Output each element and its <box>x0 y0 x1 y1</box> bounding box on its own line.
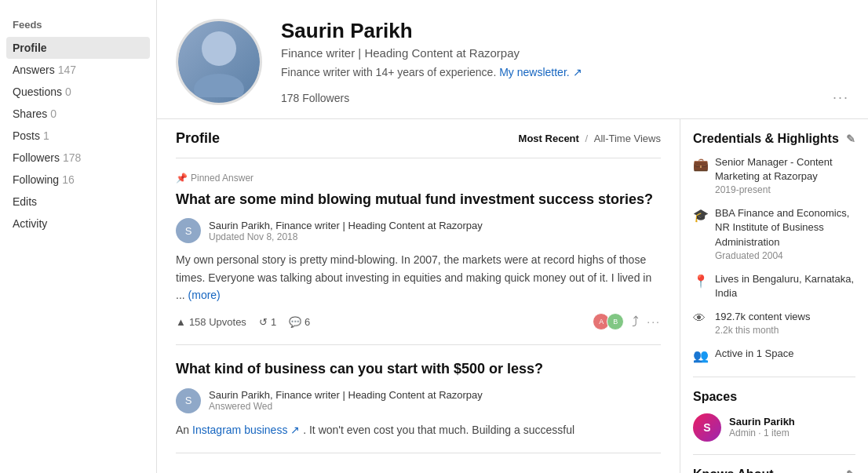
followers-row: 178 Followers ··· <box>281 89 849 106</box>
credentials-edit-icon[interactable]: ✎ <box>846 133 855 145</box>
answer-text-2: An Instagram business ↗ . It won't even … <box>176 421 661 438</box>
knows-edit-icon[interactable]: ✎ <box>846 468 855 473</box>
cred-job-title: Senior Manager - Content Marketing at Ra… <box>715 155 855 184</box>
divider-2 <box>693 454 855 455</box>
answer-card-2: What kind of business can you start with… <box>176 345 661 453</box>
content-area: Profile Most Recent / All-Time Views 📌 P… <box>157 119 868 473</box>
answer-title-2[interactable]: What kind of business can you start with… <box>176 359 661 378</box>
space-avatar: S <box>693 413 721 442</box>
credentials-title: Credentials & Highlights ✎ <box>693 132 855 146</box>
pinned-label: 📌 Pinned Answer <box>176 173 661 184</box>
newsletter-link[interactable]: My newsletter. ↗ <box>499 66 582 78</box>
sort-most-recent[interactable]: Most Recent <box>519 133 579 144</box>
spaces-item[interactable]: S Saurin Parikh Admin · 1 item <box>693 413 855 442</box>
sidebar-label-questions: Questions <box>13 86 62 98</box>
answer-text-1: My own personal story is pretty mind-blo… <box>176 251 661 304</box>
location-icon: 📍 <box>693 274 709 289</box>
cred-location: 📍 Lives in Bengaluru, Karnataka, India <box>693 272 855 300</box>
author-info-1: Saurin Parikh, Finance writer | Heading … <box>209 220 483 242</box>
profile-info: Saurin Parikh Finance writer | Heading C… <box>281 19 849 106</box>
more-options-icon[interactable]: ··· <box>833 89 849 106</box>
answer-meta-2: S Saurin Parikh, Finance writer | Headin… <box>176 388 661 413</box>
sidebar-item-following[interactable]: Following 16 <box>0 169 156 191</box>
sidebar-item-shares[interactable]: Shares 0 <box>0 103 156 125</box>
sidebar-label-edits: Edits <box>13 195 37 208</box>
sort-all-time[interactable]: All-Time Views <box>594 133 661 144</box>
svg-point-1 <box>194 74 244 97</box>
pin-icon: 📌 <box>176 173 188 184</box>
answer-more-1[interactable]: (more) <box>188 289 221 301</box>
cred-space: 👥 Active in 1 Space <box>693 347 855 364</box>
reshare-btn-1[interactable]: ↺ 1 <box>259 316 276 328</box>
answer-meta-1: S Saurin Parikh, Finance writer | Headin… <box>176 218 661 243</box>
author-avatar-2: S <box>176 388 201 413</box>
reaction-avatars: A B <box>596 313 624 330</box>
feed-header: Profile Most Recent / All-Time Views <box>176 119 661 158</box>
space-sub: Admin · 1 item <box>729 428 795 438</box>
author-info-2: Saurin Parikh, Finance writer | Heading … <box>209 389 483 412</box>
spaces-title: Spaces <box>693 390 855 404</box>
profile-name: Saurin Parikh <box>281 19 849 43</box>
answer-actions-1: ▲ 158 Upvotes ↺ 1 💬 6 <box>176 313 661 330</box>
sidebar-label-posts: Posts <box>13 129 40 142</box>
sidebar-label-followers: Followers <box>13 151 60 164</box>
profile-bio: Finance writer with 14+ years of experie… <box>281 66 849 78</box>
graduation-icon: 🎓 <box>693 208 709 224</box>
profile-header: Saurin Parikh Finance writer | Heading C… <box>157 0 868 119</box>
sidebar-item-followers[interactable]: Followers 178 <box>0 147 156 169</box>
cred-job-text: Senior Manager - Content Marketing at Ra… <box>715 155 855 197</box>
eye-icon: 👁 <box>693 311 709 327</box>
sidebar-item-edits[interactable]: Edits <box>0 191 156 213</box>
instagram-text: Instagram business <box>192 424 287 436</box>
profile-bio-text: Finance writer with 14+ years of experie… <box>281 66 496 78</box>
pinned-text: Pinned Answer <box>191 173 253 184</box>
profile-title: Finance writer | Heading Content at Razo… <box>281 46 849 60</box>
credentials-label: Credentials & Highlights <box>693 132 839 146</box>
instagram-link[interactable]: Instagram business ↗ <box>192 424 300 436</box>
knows-title: Knows About ✎ <box>693 468 855 473</box>
sidebar-item-profile[interactable]: Profile <box>6 37 150 59</box>
sidebar-count-following: 16 <box>62 173 75 186</box>
comment-icon: 💬 <box>289 316 301 328</box>
author-name-1: Saurin Parikh, Finance writer | Heading … <box>209 220 483 231</box>
sidebar-count-questions: 0 <box>65 86 71 98</box>
knows-label: Knows About <box>693 468 774 473</box>
upvote-count-1[interactable]: ▲ 158 Upvotes <box>176 316 246 328</box>
reshare-icon: ↺ <box>259 316 268 328</box>
right-sidebar: Credentials & Highlights ✎ 💼 Senior Mana… <box>680 119 868 473</box>
space-icon: 👥 <box>693 348 709 364</box>
action-right-1: A B ⤴ ··· <box>596 313 661 330</box>
comment-count-1: 6 <box>305 316 310 328</box>
sidebar-label-profile: Profile <box>13 42 47 54</box>
sidebar-item-activity[interactable]: Activity <box>0 213 156 235</box>
cred-views-val: 192.7k content views <box>715 310 810 324</box>
cred-job-sub: 2019-present <box>715 184 855 197</box>
cred-space-val: Active in 1 Space <box>715 347 793 361</box>
author-name-2: Saurin Parikh, Finance writer | Heading … <box>209 389 483 401</box>
sidebar-count-answers: 147 <box>58 64 76 76</box>
upvote-arrow-icon: ▲ <box>176 316 186 328</box>
author-avatar-1: S <box>176 218 201 243</box>
sidebar-label-shares: Shares <box>13 107 47 120</box>
cred-job: 💼 Senior Manager - Content Marketing at … <box>693 155 855 197</box>
sidebar-item-answers[interactable]: Answers 147 <box>0 59 156 81</box>
main-content: Saurin Parikh Finance writer | Heading C… <box>157 0 868 473</box>
sidebar-item-questions[interactable]: Questions 0 <box>0 81 156 103</box>
cred-views-text: 192.7k content views 2.2k this month <box>715 310 810 337</box>
answer-body-2a: An <box>176 424 189 436</box>
answer-body-1: My own personal story is pretty mind-blo… <box>176 253 651 301</box>
feeds-label: Feeds <box>0 13 156 37</box>
cred-edu-title: BBA Finance and Economics, NR Institute … <box>715 206 855 249</box>
more-icon-1[interactable]: ··· <box>647 315 661 328</box>
answer-title-1[interactable]: What are some mind blowing mutual fund i… <box>176 190 661 209</box>
newsletter-label: My newsletter. <box>499 66 569 78</box>
answer-date-1: Updated Nov 8, 2018 <box>209 231 483 242</box>
sidebar-label-activity: Activity <box>13 217 47 230</box>
comment-btn-1[interactable]: 💬 6 <box>289 316 310 328</box>
spaces-label: Spaces <box>693 390 737 404</box>
share-icon-1[interactable]: ⤴ <box>632 314 639 330</box>
feed-sort: Most Recent / All-Time Views <box>519 133 661 144</box>
space-name: Saurin Parikh <box>729 416 795 428</box>
sidebar-item-posts[interactable]: Posts 1 <box>0 125 156 147</box>
cred-space-text: Active in 1 Space <box>715 347 793 361</box>
